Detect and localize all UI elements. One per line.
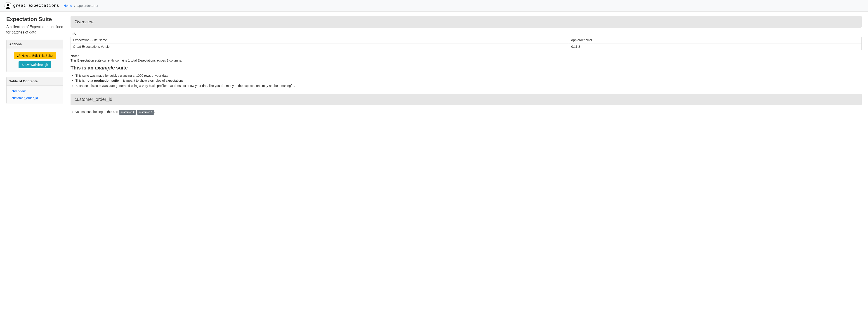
info-table: Expectation Suite Name app.order.error G… bbox=[70, 37, 862, 50]
info-label: Info bbox=[70, 32, 862, 35]
expectation-list: values must belong to this set: customer… bbox=[70, 109, 862, 116]
page-subtitle: A collection of Expectations defined for… bbox=[6, 24, 63, 35]
page-title: Expectation Suite bbox=[6, 16, 63, 22]
notes-text: This Expectation suite currently contain… bbox=[70, 59, 862, 62]
info-key: Great Expectations Version bbox=[71, 44, 569, 50]
sidebar: Expectation Suite A collection of Expect… bbox=[6, 16, 63, 116]
example-bullets: This suite was made by quickly glancing … bbox=[70, 73, 862, 88]
info-value: 0.11.8 bbox=[569, 44, 862, 50]
topbar: great_expectations Home / app.order.erro… bbox=[0, 0, 868, 11]
edit-button-label: How to Edit This Suite bbox=[22, 54, 53, 57]
walkthrough-button[interactable]: Show Walkthrough bbox=[19, 61, 51, 68]
toc-link-column[interactable]: customer_order_id bbox=[11, 96, 38, 100]
main-content: Overview Info Expectation Suite Name app… bbox=[70, 16, 862, 116]
toc-header: Table of Contents bbox=[6, 77, 63, 86]
list-item: This suite was made by quickly glancing … bbox=[75, 73, 862, 78]
logo-icon bbox=[4, 2, 11, 9]
toc-item-overview[interactable]: Overview bbox=[6, 88, 63, 94]
breadcrumb: Home / app.order.error bbox=[64, 4, 98, 7]
svg-point-1 bbox=[7, 4, 9, 6]
toc-link-overview[interactable]: Overview bbox=[11, 89, 26, 93]
overview-header: Overview bbox=[70, 16, 862, 28]
breadcrumb-separator: / bbox=[74, 4, 75, 7]
list-item: This is not a production suite. It is me… bbox=[75, 78, 862, 83]
table-row: Great Expectations Version 0.11.8 bbox=[71, 44, 862, 50]
actions-header: Actions bbox=[6, 40, 63, 49]
value-badge: customer_1 bbox=[137, 110, 154, 115]
list-item: Because this suite was auto-generated us… bbox=[75, 83, 862, 88]
column-section-header: customer_order_id bbox=[70, 94, 862, 105]
expectation-text: values must belong to this set: bbox=[75, 110, 119, 114]
info-key: Expectation Suite Name bbox=[71, 37, 569, 44]
info-value: app.order.error bbox=[569, 37, 862, 44]
toc-panel: Table of Contents Overview customer_orde… bbox=[6, 77, 63, 104]
table-row: Expectation Suite Name app.order.error bbox=[71, 37, 862, 44]
logo-text: great_expectations bbox=[13, 3, 59, 8]
toc-item-column[interactable]: customer_order_id bbox=[6, 94, 63, 102]
walkthrough-button-label: Show Walkthrough bbox=[22, 63, 48, 66]
logo[interactable]: great_expectations bbox=[4, 2, 59, 9]
value-badge: customer_2 bbox=[119, 110, 136, 115]
breadcrumb-current: app.order.error bbox=[77, 4, 98, 7]
notes-label: Notes bbox=[70, 54, 862, 58]
toc-list: Overview customer_order_id bbox=[6, 88, 63, 102]
edit-suite-button[interactable]: How to Edit This Suite bbox=[14, 52, 56, 59]
breadcrumb-home[interactable]: Home bbox=[64, 4, 72, 7]
list-item: values must belong to this set: customer… bbox=[75, 109, 862, 116]
actions-panel: Actions How to Edit This Suite Show Walk… bbox=[6, 39, 63, 72]
example-heading: This is an example suite bbox=[70, 65, 862, 71]
edit-icon bbox=[17, 54, 20, 57]
